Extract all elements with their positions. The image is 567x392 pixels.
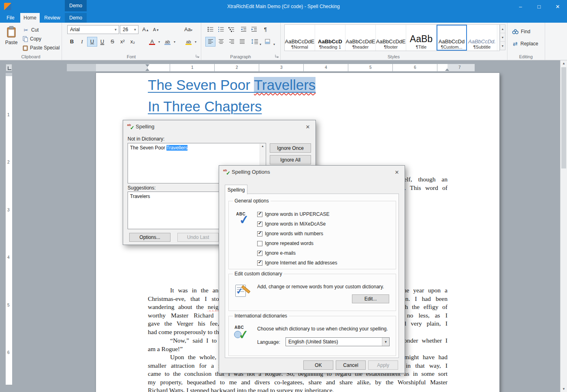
cut-button[interactable]: ✂Cut	[23, 26, 39, 34]
ok-button[interactable]: OK	[303, 360, 333, 370]
tab-home[interactable]: Home	[20, 13, 40, 23]
style-item-normal[interactable]: AaBbCcDdE ¶Normal	[285, 25, 315, 51]
bullet-list-button[interactable]	[206, 25, 215, 34]
right-indent-marker[interactable]	[445, 66, 449, 71]
international-dictionary-icon: ABC✓	[234, 325, 251, 341]
vertical-scrollbar[interactable]: ▲ ▼	[560, 60, 567, 392]
increase-indent-button[interactable]	[249, 25, 259, 34]
styles-gallery-scroll: ▲ ▼ ▼	[500, 24, 505, 50]
style-item-title[interactable]: AaBb ¶Title	[406, 25, 437, 51]
tab-stop-selector[interactable]	[6, 64, 12, 71]
maximize-button[interactable]: □	[530, 0, 548, 13]
tab-spelling[interactable]: Spelling	[225, 185, 247, 194]
spelling-tab-page: General options ABC✓ ✓ Ignore words in U…	[225, 194, 399, 358]
multilevel-list-icon	[228, 27, 234, 32]
suggestion-item[interactable]: Travelers	[130, 194, 150, 199]
font-size-combo[interactable]: 26 ▼	[120, 25, 139, 34]
grow-font-button[interactable]: A▲	[141, 25, 150, 34]
options-button[interactable]: Options...	[129, 233, 171, 242]
justify-button[interactable]	[237, 37, 247, 46]
contextual-tab-group-header: Demo	[65, 0, 87, 11]
spelling-dialog-titlebar[interactable]: ab✓ Spelling ✕	[123, 120, 315, 132]
cancel-button[interactable]: Cancel	[336, 360, 366, 370]
scroll-down-icon[interactable]: ▼	[561, 386, 567, 392]
change-case-button[interactable]: Aa▾	[182, 25, 194, 34]
align-left-button[interactable]	[206, 37, 215, 46]
paste-button[interactable]: Paste	[2, 23, 20, 59]
chevron-down-icon[interactable]: ▾	[173, 40, 177, 44]
strikethrough-button[interactable]: S	[108, 37, 117, 46]
shrink-font-button[interactable]: A▼	[151, 25, 161, 34]
clipboard-group-label: Clipboard	[0, 54, 62, 59]
align-right-icon	[229, 39, 234, 44]
options-dialog-titlebar[interactable]: ab✓ Spelling Options ✕	[219, 166, 405, 178]
apply-button[interactable]: Apply	[368, 360, 398, 370]
ignore-once-button[interactable]: Ignore Once	[270, 143, 311, 153]
checkbox-ignore-uppercase[interactable]: ✓ Ignore words in UPPERCASE	[257, 211, 329, 217]
minimize-button[interactable]: –	[511, 0, 530, 13]
paste-special-icon	[23, 45, 28, 51]
edit-dictionary-button[interactable]: Edit...	[352, 294, 389, 303]
left-indent-marker[interactable]	[145, 66, 149, 71]
ignore-all-button[interactable]: Ignore All	[270, 155, 311, 164]
back-color-button[interactable]: ab	[163, 37, 172, 46]
chevron-down-icon[interactable]: ▼	[132, 28, 138, 32]
scroll-up-icon[interactable]: ▲	[561, 60, 567, 66]
multilevel-list-button[interactable]	[227, 25, 236, 34]
chevron-down-icon[interactable]: ▾	[194, 40, 198, 44]
style-item-header[interactable]: AaBbCcDdE ¶header	[345, 25, 376, 51]
paste-special-button[interactable]: Paste Special	[23, 44, 60, 52]
checkbox-ignore-mixedcase[interactable]: ✓ Ignore words in MiXeDcASe	[257, 221, 326, 227]
bold-button[interactable]: B	[67, 37, 77, 46]
scrollbar-thumb[interactable]	[561, 67, 566, 168]
copy-button[interactable]: Copy	[23, 35, 41, 43]
title-bar[interactable]: XtraRichEdit Main Demo (C# code) - Spell…	[0, 0, 567, 13]
underline-button[interactable]: U	[87, 37, 97, 46]
gallery-down-icon[interactable]: ▼	[500, 33, 505, 42]
style-item-heading1[interactable]: AaBbCcD ¶heading 1	[315, 25, 345, 51]
checkbox-ignore-repeated[interactable]: Ignore repeated words	[257, 240, 313, 247]
font-name-combo[interactable]: Arial ▼	[67, 25, 119, 34]
double-underline-button[interactable]: U	[98, 37, 107, 46]
close-button[interactable]: ✕	[548, 0, 567, 13]
scroll-up-icon[interactable]: ▲	[260, 145, 265, 147]
text-highlight-button[interactable]: ab	[184, 37, 193, 46]
international-dictionaries-groupbox: International dictionaries ABC✓ Choose w…	[228, 316, 396, 356]
language-combo[interactable]: English (United States) ▼	[286, 337, 390, 346]
align-center-icon	[218, 39, 224, 44]
checkbox-ignore-emails[interactable]: ✓ Ignore e-mails	[257, 250, 296, 256]
decrease-indent-button[interactable]	[239, 25, 248, 34]
checkbox-ignore-numbers[interactable]: ✓ Ignore words with numbers	[257, 230, 323, 237]
line-spacing-button[interactable]: ▾	[250, 37, 262, 46]
close-icon[interactable]: ✕	[304, 123, 311, 130]
show-marks-button[interactable]: ¶	[261, 25, 270, 34]
paragraph-group-label: Paragraph	[201, 54, 280, 59]
shading-button[interactable]: ▾	[264, 37, 275, 46]
chevron-down-icon[interactable]: ▼	[113, 28, 119, 32]
style-item-footer[interactable]: AaBbCcDdE ¶footer	[376, 25, 406, 51]
tab-demo[interactable]: Demo	[65, 13, 87, 23]
style-item-subtitle[interactable]: AaBbCcDd. ¶Subtitle	[467, 25, 497, 51]
close-icon[interactable]: ✕	[393, 168, 401, 176]
tab-file[interactable]: File	[3, 13, 18, 23]
subscript-button[interactable]: x₂	[128, 37, 137, 46]
align-center-button[interactable]	[216, 37, 226, 46]
align-right-button[interactable]	[227, 37, 236, 46]
ribbon-tab-row: File Home Review Demo	[0, 13, 567, 23]
replace-button[interactable]: ⇄ Replace	[512, 40, 538, 48]
checkbox-ignore-internet[interactable]: ✓ Ignore Internet and file addresses	[257, 260, 337, 266]
gallery-more-icon[interactable]: ▼	[500, 42, 505, 50]
vertical-ruler: 1 2 3 4 5 6	[6, 73, 12, 385]
numbered-list-button[interactable]	[216, 25, 226, 34]
chevron-down-icon[interactable]: ▾	[157, 40, 161, 44]
chevron-down-icon[interactable]: ▼	[382, 338, 389, 346]
tab-review[interactable]: Review	[41, 13, 63, 23]
style-item-custom[interactable]: AaBbCcDd ¶Custom...	[437, 25, 467, 51]
font-color-button[interactable]: A	[147, 37, 157, 46]
superscript-button[interactable]: x²	[118, 37, 127, 46]
italic-button[interactable]: I	[77, 37, 87, 46]
find-button[interactable]: Find	[512, 28, 530, 36]
undo-last-button[interactable]: Undo Last	[177, 233, 219, 242]
ribbon-group-font: Arial ▼ 26 ▼ A▲ A▼ Aa▾ B I U U S x² x₂ A…	[62, 23, 201, 60]
gallery-up-icon[interactable]: ▲	[500, 25, 505, 33]
